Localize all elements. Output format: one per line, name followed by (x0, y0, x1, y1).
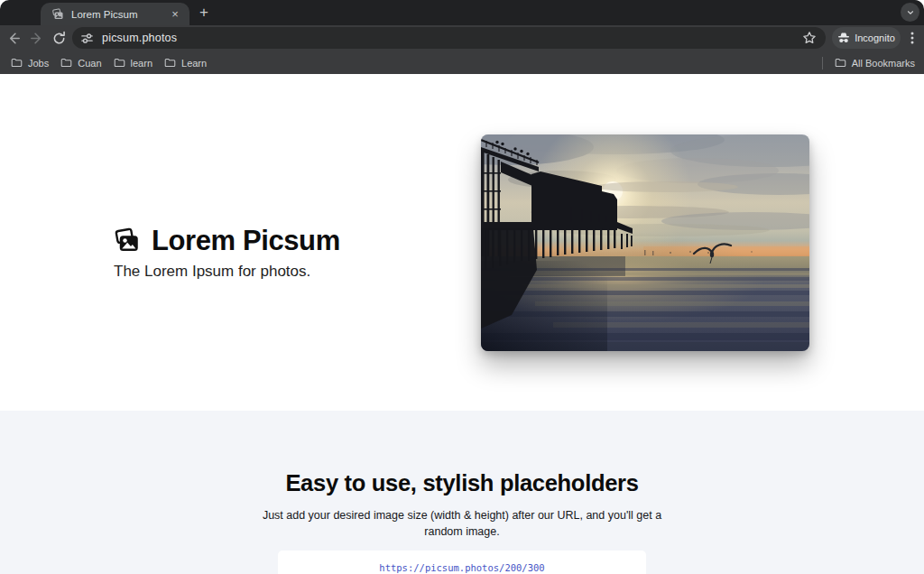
page-title: Lorem Picsum (152, 225, 340, 257)
three-dot-menu-icon (904, 30, 920, 46)
bookmarks-bar: Jobs Cuan learn Learn All Bookmarks (0, 51, 924, 74)
incognito-label: Incognito (855, 32, 895, 43)
back-button[interactable] (6, 31, 22, 46)
bookmark-label: Jobs (28, 58, 49, 69)
url-text: picsum.photos (102, 32, 802, 44)
tab-search-chevron-button[interactable] (901, 3, 919, 22)
browser-menu-button[interactable] (904, 30, 920, 46)
all-bookmarks-button[interactable]: All Bookmarks (831, 55, 915, 70)
folder-icon (164, 57, 176, 69)
tune-icon[interactable] (80, 32, 94, 45)
features-description: Just add your desired image size (width … (249, 508, 675, 540)
hero-section: Lorem Picsum The Lorem Ipsum for photos. (0, 74, 924, 411)
incognito-badge: Incognito (832, 27, 901, 49)
page-subtitle: The Lorem Ipsum for photos. (114, 263, 310, 281)
folder-icon (114, 57, 125, 69)
reload-icon (51, 31, 67, 46)
tab-close-icon[interactable]: × (168, 7, 182, 22)
forward-arrow-icon (29, 31, 44, 46)
folder-icon (11, 57, 23, 69)
bookmark-folder-learn-lower[interactable]: learn (110, 55, 161, 70)
photo-stack-favicon-icon (51, 8, 64, 21)
incognito-icon (837, 32, 850, 44)
address-bar[interactable]: picsum.photos (72, 27, 826, 49)
new-tab-button[interactable]: + (192, 2, 216, 23)
bookmark-folder-jobs[interactable]: Jobs (7, 55, 57, 70)
bookmark-label: learn (131, 58, 152, 69)
code-example-url: https://picsum.photos/200/300 (379, 562, 544, 573)
folder-icon (60, 57, 72, 69)
browser-toolbar: picsum.photos Incognito (0, 25, 924, 51)
hero-photo (481, 134, 809, 351)
bookmark-folder-cuan[interactable]: Cuan (57, 55, 109, 70)
forward-button[interactable] (29, 31, 44, 46)
code-example-box: https://picsum.photos/200/300 (278, 551, 646, 574)
tab-title: Lorem Picsum (71, 9, 168, 20)
reload-button[interactable] (51, 31, 67, 46)
bookmark-label: Learn (181, 58, 207, 69)
features-section: Easy to use, stylish placeholders Just a… (0, 411, 924, 574)
features-heading: Easy to use, stylish placeholders (0, 470, 924, 495)
chevron-down-icon (906, 8, 915, 17)
photo-stack-icon (112, 227, 142, 255)
back-arrow-icon (6, 31, 22, 46)
bookmarks-separator (822, 57, 823, 69)
all-bookmarks-label: All Bookmarks (852, 58, 915, 69)
bookmark-folder-learn-upper[interactable]: Learn (161, 55, 215, 70)
browser-tab-lorem-picsum[interactable]: Lorem Picsum × (41, 3, 189, 25)
bookmark-label: Cuan (78, 58, 101, 69)
sunset-pier-image (481, 134, 809, 351)
bookmark-star-icon[interactable] (802, 31, 817, 45)
browser-titlebar: Lorem Picsum × + (0, 0, 924, 25)
folder-icon (835, 57, 846, 69)
